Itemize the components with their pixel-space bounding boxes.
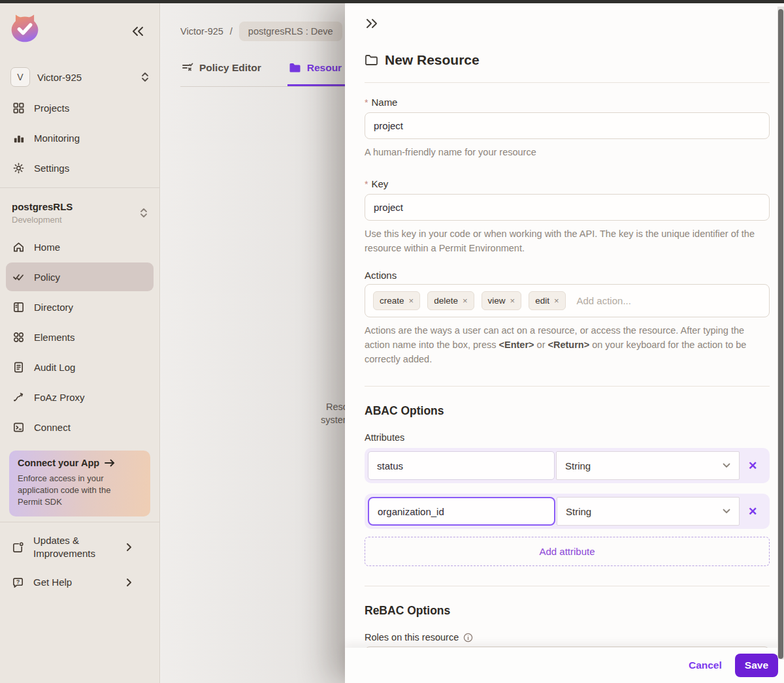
chevron-right-icon [126,578,132,587]
folder-outline-icon [365,54,378,66]
sidebar-item-get-help[interactable]: ? Get Help [6,569,154,596]
add-attribute-button[interactable]: Add attribute [365,537,770,566]
connect-your-app-card[interactable]: Connect your App Enforce access in your … [9,451,150,516]
sidebar-collapse-icon[interactable] [131,25,145,37]
chevron-down-icon [723,463,730,468]
drawer-header: New Resource [365,52,770,68]
sidebar-item-projects[interactable]: Projects [6,93,154,122]
drawer-expand-icon[interactable] [365,18,379,29]
action-chip: delete × [427,291,474,310]
sidebar-divider [0,522,159,522]
action-chip: create × [373,291,420,310]
policy-editor-icon [182,63,193,73]
bar-chart-icon [12,131,25,144]
sidebar-item-label: Connect [34,422,71,433]
sidebar-item-elements[interactable]: Elements [6,323,154,351]
chevron-down-icon [723,509,730,514]
remove-chip-icon[interactable]: × [409,296,414,306]
remove-attribute-icon[interactable]: ✕ [740,459,766,473]
required-asterisk: * [365,97,368,108]
roles-label: Roles on this resource [365,632,770,643]
sidebar-item-connect[interactable]: Connect [6,413,154,441]
sidebar-item-directory[interactable]: Directory [6,293,154,321]
sidebar-item-label: Updates & Improvements [33,534,117,560]
remove-chip-icon[interactable]: × [554,296,559,306]
chevron-right-icon [126,543,132,552]
document-lines-icon [12,360,25,373]
drawer-scrollbar[interactable] [777,7,784,659]
scrollbar-thumb[interactable] [778,9,783,659]
divider [365,82,770,83]
updates-icon [12,541,24,554]
sidebar-item-label: Get Help [33,576,117,589]
home-icon [12,240,25,253]
key-input[interactable] [365,194,770,221]
sidebar-item-monitoring[interactable]: Monitoring [6,123,154,152]
breadcrumb-workspace[interactable]: Victor-925 [180,26,223,37]
divider [365,386,770,387]
actions-tag-input[interactable]: create × delete × view × edit × Add acti… [365,284,770,317]
project-selector[interactable]: postgresRLS Development [0,193,159,231]
sidebar-divider [0,187,159,188]
attributes-label: Attributes [365,432,770,443]
permit-logo [8,11,42,45]
remove-attribute-icon[interactable]: ✕ [740,505,766,518]
grid-icon [12,101,25,114]
attribute-name-input[interactable] [368,451,555,480]
tab-label: Policy Editor [199,62,261,74]
sidebar-item-label: Home [34,242,60,253]
drawer-footer: Cancel Save [345,648,784,683]
sidebar-item-audit-log[interactable]: Audit Log [6,353,154,381]
add-action-placeholder[interactable]: Add action... [577,295,631,306]
remove-chip-icon[interactable]: × [510,296,515,306]
connect-card-title: Connect your App [18,458,99,468]
sidebar-item-policy[interactable]: Policy [6,262,154,291]
attribute-name-input[interactable] [368,497,555,526]
tab-policy-editor[interactable]: Policy Editor [180,58,263,86]
sidebar-item-label: Settings [34,163,69,174]
directory-icon [12,300,25,313]
info-icon [463,633,473,643]
breadcrumb-environment-chip[interactable]: postgresRLS : Deve [239,22,342,41]
actions-helper-text: Actions are the ways a user can act on a… [365,323,770,366]
divider [365,586,770,586]
environment-name: Development [12,215,140,225]
double-check-icon [12,270,25,283]
save-button[interactable]: Save [735,654,778,677]
breadcrumb-separator: / [230,26,233,37]
remove-chip-icon[interactable]: × [463,296,468,306]
folder-filled-icon [289,63,301,73]
sidebar-item-updates[interactable]: Updates & Improvements [6,528,154,567]
drawer-scroll-area: New Resource * Name A human-friendly nam… [345,3,777,648]
required-asterisk: * [365,179,368,189]
terminal-icon [12,421,25,434]
sidebar-item-settings[interactable]: Settings [6,153,154,182]
sidebar-item-label: Elements [34,332,75,343]
drawer-title: New Resource [385,52,480,68]
key-helper-text: Use this key in your code or when workin… [365,227,770,255]
tab-label: Resour [307,62,342,74]
arrow-right-icon [105,459,115,467]
name-input[interactable] [365,112,770,139]
attribute-type-select[interactable]: String [557,497,740,526]
project-name: postgresRLS [12,201,140,212]
abac-options-heading: ABAC Options [365,404,770,418]
connect-card-body: Enforce access in your application code … [18,473,132,508]
svg-text:?: ? [16,578,20,584]
name-field-label: * Name [365,97,770,108]
workspace-nav: Projects Monitoring Settings [0,93,159,182]
action-chip: edit × [529,291,565,310]
attribute-type-select[interactable]: String [556,451,740,480]
help-bubble-icon: ? [12,577,24,589]
cancel-button[interactable]: Cancel [689,659,722,671]
sidebar-item-label: Monitoring [34,133,80,144]
attribute-row: String ✕ [365,448,770,483]
attribute-row: String ✕ [365,494,770,529]
workspace-selector[interactable]: V Victor-925 [10,67,149,87]
sidebar-item-home[interactable]: Home [6,232,154,261]
sidebar-item-foaz-proxy[interactable]: FoAz Proxy [6,383,154,411]
elements-icon [12,330,25,343]
sidebar-item-label: Projects [34,103,69,114]
sidebar-item-label: Audit Log [34,362,75,373]
sidebar: V Victor-925 Projects Monitoring [0,3,160,683]
